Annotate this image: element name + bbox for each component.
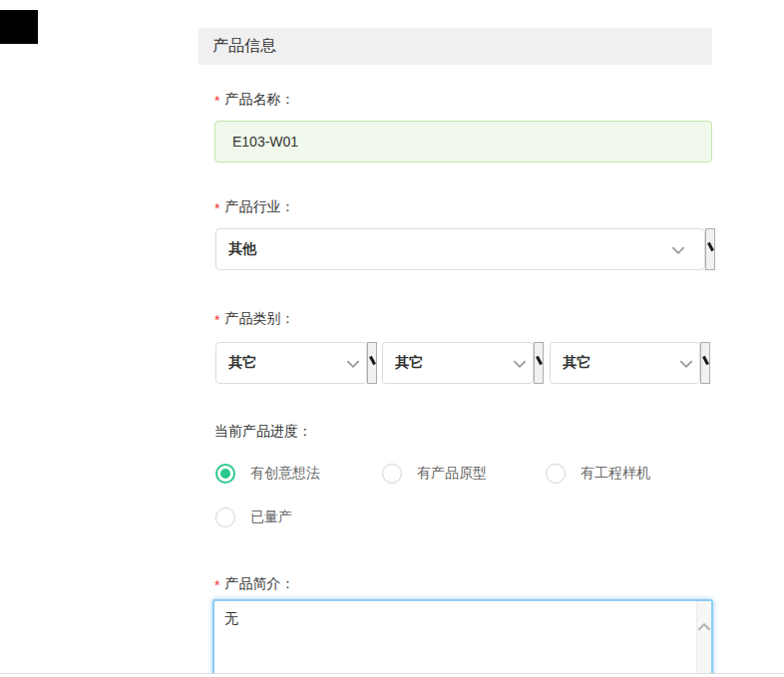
required-asterisk: * [214, 313, 219, 327]
category-select-3-value: 其它 [563, 354, 590, 372]
product-name-value: E103-W01 [232, 134, 298, 150]
product-name-label: * 产品名称： [214, 91, 294, 107]
section-title: 产品信息 [212, 36, 276, 57]
category-select-1-scrollbar[interactable] [367, 342, 377, 384]
radio-unselected-icon[interactable] [215, 508, 235, 527]
chevron-up-icon[interactable] [695, 618, 713, 636]
textarea-scrollbar[interactable] [696, 601, 711, 677]
category-select-2-scrollbar[interactable] [534, 342, 544, 384]
corner-block [0, 10, 38, 44]
required-asterisk: * [214, 201, 219, 215]
chevron-down-icon [669, 241, 687, 259]
chevron-down-icon [344, 355, 362, 373]
category-select-2-value: 其它 [395, 354, 423, 372]
required-asterisk: * [214, 578, 219, 592]
product-progress-label: 当前产品进度： [214, 423, 312, 439]
product-intro-label-text: 产品简介： [224, 575, 294, 591]
category-select-1-value: 其它 [228, 354, 256, 372]
radio-selected-icon[interactable] [215, 464, 235, 484]
category-select-2[interactable]: 其它 [382, 342, 534, 384]
category-select-3-scrollbar[interactable] [700, 342, 710, 384]
product-name-input[interactable]: E103-W01 [214, 121, 712, 163]
required-asterisk: * [214, 94, 219, 108]
radio-label: 有创意想法 [250, 465, 320, 483]
product-name-label-text: 产品名称： [224, 91, 294, 107]
radio-label: 已量产 [250, 508, 292, 526]
product-intro-value: 无 [224, 610, 238, 628]
chevron-down-icon [511, 355, 529, 373]
product-industry-label: * 产品行业： [214, 198, 294, 214]
product-industry-select[interactable]: 其他 [215, 228, 705, 270]
radio-label: 有产品原型 [417, 465, 487, 483]
category-select-3[interactable]: 其它 [550, 342, 700, 384]
radio-option-sample[interactable]: 有工程样机 [546, 464, 650, 484]
industry-select-scrollbar[interactable] [705, 228, 715, 270]
radio-option-prototype[interactable]: 有产品原型 [382, 464, 487, 484]
product-intro-textarea[interactable]: 无 [212, 599, 713, 677]
radio-unselected-icon[interactable] [546, 464, 566, 484]
product-info-form: 产品信息 * 产品名称： E103-W01 * 产品行业： 其他 * 产品类别：… [0, 0, 784, 677]
section-header: 产品信息 [198, 28, 712, 65]
product-progress-label-text: 当前产品进度： [214, 423, 312, 439]
radio-option-massproduction[interactable]: 已量产 [215, 508, 292, 527]
product-category-label-text: 产品类别： [224, 310, 294, 326]
product-industry-label-text: 产品行业： [224, 198, 294, 214]
product-industry-value: 其他 [228, 240, 256, 258]
product-category-label: * 产品类别： [214, 310, 294, 326]
product-intro-label: * 产品简介： [214, 575, 294, 591]
radio-option-idea[interactable]: 有创意想法 [215, 464, 320, 484]
chevron-down-icon [677, 355, 695, 373]
radio-label: 有工程样机 [581, 465, 650, 483]
radio-unselected-icon[interactable] [382, 464, 402, 484]
category-select-1[interactable]: 其它 [215, 342, 367, 384]
